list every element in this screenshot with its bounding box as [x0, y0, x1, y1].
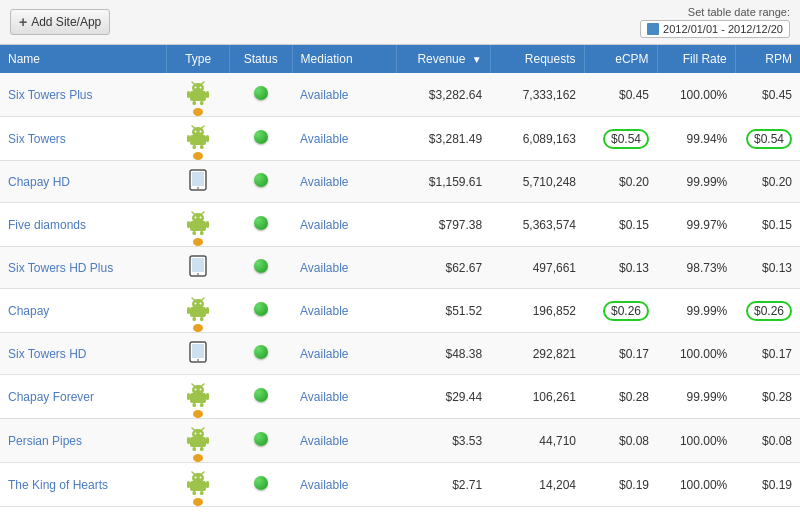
cell-requests: 44,710: [490, 419, 584, 463]
site-name-link[interactable]: Five diamonds: [8, 218, 86, 232]
svg-point-76: [192, 473, 204, 483]
plus-icon: +: [19, 14, 27, 30]
svg-rect-19: [193, 145, 197, 149]
table-row: Six Towers HD Plus Available$62.67497,66…: [0, 247, 800, 289]
table-row: Chapay HD Available$1,159.615,710,248$0.…: [0, 161, 800, 203]
cell-rpm: $0.28: [735, 375, 800, 419]
date-range-input[interactable]: 2012/01/01 - 2012/12/20: [640, 20, 790, 38]
svg-rect-72: [193, 447, 197, 451]
svg-line-80: [202, 472, 205, 474]
site-name-link[interactable]: Chapay Forever: [8, 390, 94, 404]
site-name-link[interactable]: Chapay HD: [8, 175, 70, 189]
cell-revenue: $3,281.49: [396, 117, 490, 161]
cell-fillrate: 100.00%: [657, 73, 735, 117]
cell-fillrate: 99.97%: [657, 203, 735, 247]
cell-rpm: $0.13: [735, 247, 800, 289]
site-name-link[interactable]: Six Towers: [8, 132, 66, 146]
svg-point-2: [195, 87, 197, 89]
cell-name: The King of Hearts: [0, 463, 167, 507]
svg-line-79: [192, 472, 195, 474]
sort-arrow-icon: ▼: [472, 54, 482, 65]
site-name-link[interactable]: Six Towers Plus: [8, 88, 92, 102]
svg-rect-51: [192, 344, 204, 358]
svg-point-54: [192, 385, 204, 395]
site-name-link[interactable]: Six Towers HD: [8, 347, 86, 361]
cell-requests: 497,661: [490, 247, 584, 289]
svg-line-57: [192, 384, 195, 386]
cell-name: Six Towers: [0, 117, 167, 161]
cell-revenue: $1,159.61: [396, 161, 490, 203]
svg-rect-17: [187, 135, 190, 142]
svg-rect-37: [192, 258, 204, 272]
site-name-link[interactable]: Chapay: [8, 304, 49, 318]
col-header-fillrate: Fill Rate: [657, 45, 735, 73]
svg-rect-60: [206, 393, 209, 400]
status-dot: [254, 216, 268, 230]
site-name-link[interactable]: Persian Pipes: [8, 434, 82, 448]
svg-rect-47: [193, 317, 197, 321]
rpm-highlighted: $0.54: [746, 129, 792, 149]
cell-name: Chapay: [0, 289, 167, 333]
cell-revenue: $797.38: [396, 203, 490, 247]
cell-status: [229, 289, 292, 333]
cell-fillrate: 100.00%: [657, 333, 735, 375]
svg-rect-32: [206, 221, 209, 228]
cell-mediation: Available: [292, 247, 396, 289]
svg-rect-7: [206, 91, 209, 98]
cell-fillrate: 99.99%: [657, 289, 735, 333]
svg-point-55: [195, 389, 197, 391]
cell-requests: 7,333,162: [490, 73, 584, 117]
svg-rect-73: [200, 447, 204, 451]
svg-line-15: [192, 126, 195, 128]
cell-requests: 14,204: [490, 463, 584, 507]
android-icon: [187, 81, 209, 105]
site-name-link[interactable]: Six Towers HD Plus: [8, 261, 113, 275]
svg-rect-45: [187, 307, 190, 314]
svg-point-3: [200, 87, 202, 89]
sites-table: Name Type Status Mediation Revenue ▼ Req…: [0, 45, 800, 507]
cell-fillrate: 99.99%: [657, 375, 735, 419]
svg-point-56: [200, 389, 202, 391]
table-row: Six Towers Available$3,281.496,089,163$0…: [0, 117, 800, 161]
cell-ecpm: $0.20: [584, 161, 657, 203]
status-dot: [254, 476, 268, 490]
cell-rpm: $0.17: [735, 333, 800, 375]
cell-type: [167, 419, 230, 463]
svg-line-4: [192, 82, 195, 84]
table-row: Five diamonds Available$797.385,363,574$…: [0, 203, 800, 247]
svg-rect-9: [200, 101, 204, 105]
col-header-mediation: Mediation: [292, 45, 396, 73]
cell-status: [229, 203, 292, 247]
svg-point-67: [200, 433, 202, 435]
svg-point-38: [197, 273, 199, 275]
cell-name: Five diamonds: [0, 203, 167, 247]
cell-mediation: Available: [292, 333, 396, 375]
svg-rect-6: [187, 91, 190, 98]
add-site-app-button[interactable]: + Add Site/App: [10, 9, 110, 35]
android-icon: [187, 383, 209, 407]
cell-mediation: Available: [292, 463, 396, 507]
cell-requests: 6,089,163: [490, 117, 584, 161]
calendar-icon: [647, 23, 659, 35]
site-name-link[interactable]: The King of Hearts: [8, 478, 108, 492]
cell-ecpm: $0.26: [584, 289, 657, 333]
cell-name: Chapay Forever: [0, 375, 167, 419]
svg-rect-20: [200, 145, 204, 149]
ecpm-highlighted: $0.26: [603, 301, 649, 321]
tablet-icon: [189, 255, 207, 277]
cell-requests: 5,363,574: [490, 203, 584, 247]
cell-fillrate: 99.94%: [657, 117, 735, 161]
status-dot: [254, 432, 268, 446]
svg-rect-59: [187, 393, 190, 400]
svg-point-35: [193, 238, 203, 246]
cell-status: [229, 333, 292, 375]
status-dot: [254, 388, 268, 402]
cell-fillrate: 100.00%: [657, 463, 735, 507]
svg-point-78: [200, 477, 202, 479]
cell-requests: 196,852: [490, 289, 584, 333]
cell-mediation: Available: [292, 203, 396, 247]
svg-point-40: [192, 299, 204, 309]
cell-status: [229, 73, 292, 117]
col-header-revenue[interactable]: Revenue ▼: [396, 45, 490, 73]
cell-name: Six Towers HD: [0, 333, 167, 375]
